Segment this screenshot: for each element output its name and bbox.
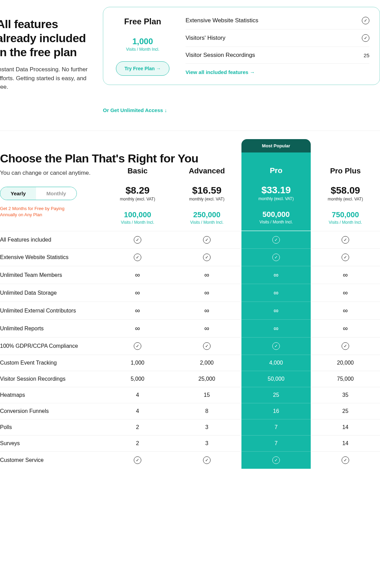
check-icon: ✓ xyxy=(362,17,369,24)
infinity-icon: ∞ xyxy=(343,324,348,332)
feature-cell: ✓ xyxy=(172,451,241,469)
feature-row-label: Conversion Funnels xyxy=(0,403,103,419)
free-feature-row: Extensive Website Statistics✓ xyxy=(186,17,369,29)
plan-price-note: monthly (excl. VAT) xyxy=(176,197,238,201)
cell-value: 25 xyxy=(342,408,348,414)
feature-row-label: Surveys xyxy=(0,435,103,451)
cell-value: 7 xyxy=(275,440,278,446)
cell-value: 2 xyxy=(136,424,139,430)
feature-cell: ✓ xyxy=(241,231,311,248)
feature-row-label: Heatmaps xyxy=(0,387,103,403)
infinity-icon: ∞ xyxy=(204,307,209,315)
plan-column-header: Basic$8.29monthly (excl. VAT)100,000Visi… xyxy=(103,139,172,231)
view-all-features-link[interactable]: View all included features → xyxy=(186,69,255,75)
feature-row-label: Extensive Website Statistics xyxy=(0,248,103,266)
plan-price: $16.59 xyxy=(176,185,238,196)
feature-cell: ✓ xyxy=(172,231,241,248)
cell-value: 4,000 xyxy=(269,360,283,366)
feature-cell: ∞ xyxy=(103,266,172,284)
cell-value: 7 xyxy=(275,424,278,430)
feature-cell: 4,000 xyxy=(241,355,311,371)
feature-cell: 8 xyxy=(172,403,241,419)
plan-price-note: monthly (excl. VAT) xyxy=(245,196,307,201)
feature-cell: ✓ xyxy=(241,451,311,469)
feature-cell: ∞ xyxy=(103,302,172,319)
feature-cell: 3 xyxy=(172,435,241,451)
plan-visits-label: Visits / Month Incl. xyxy=(314,220,377,225)
cell-value: 2 xyxy=(136,440,139,446)
plan-column-header: Most PopularPro$33.19monthly (excl. VAT)… xyxy=(241,139,311,231)
cell-value: 20,000 xyxy=(337,360,354,366)
feature-cell: 5,000 xyxy=(103,371,172,387)
feature-cell: 7 xyxy=(241,419,311,435)
feature-cell: 14 xyxy=(311,419,380,435)
feature-cell: ✓ xyxy=(172,337,241,355)
cell-value: 4 xyxy=(136,392,139,398)
cell-value: 5,000 xyxy=(131,376,144,382)
free-feature-row: Visitor Session Recordings25 xyxy=(186,47,369,64)
free-feature-value: 25 xyxy=(364,52,369,58)
feature-cell: ∞ xyxy=(311,302,380,319)
infinity-icon: ∞ xyxy=(274,271,278,279)
check-icon: ✓ xyxy=(203,254,211,261)
feature-cell: 2 xyxy=(103,419,172,435)
feature-row-label: Unlimited Data Storage xyxy=(0,284,103,302)
feature-cell: ∞ xyxy=(172,284,241,302)
feature-cell: 1,000 xyxy=(103,355,172,371)
plan-visits: 500,000 xyxy=(245,210,307,219)
cell-value: 16 xyxy=(273,408,279,414)
feature-cell: ∞ xyxy=(172,302,241,319)
feature-cell: 16 xyxy=(241,403,311,419)
feature-cell: ✓ xyxy=(311,337,380,355)
infinity-icon: ∞ xyxy=(274,324,278,332)
hero-title: All features already included in the fre… xyxy=(0,17,89,59)
check-icon: ✓ xyxy=(342,236,349,244)
feature-cell: ✓ xyxy=(241,248,311,266)
free-feature-label: Visitor Session Recordings xyxy=(186,52,255,59)
check-icon: ✓ xyxy=(203,456,211,464)
infinity-icon: ∞ xyxy=(135,324,140,332)
feature-cell: ✓ xyxy=(103,451,172,469)
check-icon: ✓ xyxy=(362,34,369,42)
feature-row-label: All Features included xyxy=(0,231,103,248)
infinity-icon: ∞ xyxy=(274,307,278,315)
check-icon: ✓ xyxy=(272,254,280,261)
cell-value: 35 xyxy=(342,392,348,398)
feature-cell: 2 xyxy=(103,435,172,451)
feature-cell: ✓ xyxy=(311,248,380,266)
feature-cell: ∞ xyxy=(172,319,241,337)
feature-row-label: Custom Event Tracking xyxy=(0,355,103,371)
infinity-icon: ∞ xyxy=(274,289,278,297)
check-icon: ✓ xyxy=(134,456,141,464)
free-feature-label: Extensive Website Statistics xyxy=(186,17,258,24)
feature-cell: 20,000 xyxy=(311,355,380,371)
unlimited-access-link[interactable]: Or Get Unlimited Access ↓ xyxy=(103,107,167,113)
free-feature-label: Visitors' History xyxy=(186,35,225,41)
feature-cell: ∞ xyxy=(311,319,380,337)
infinity-icon: ∞ xyxy=(135,271,140,279)
check-icon: ✓ xyxy=(272,236,280,244)
free-plan-card: Free Plan 1,000 Visits / Month Incl. Try… xyxy=(103,7,380,85)
feature-cell: ∞ xyxy=(172,266,241,284)
cell-value: 50,000 xyxy=(268,376,285,382)
feature-row-label: Polls xyxy=(0,419,103,435)
cell-value: 8 xyxy=(205,408,209,414)
plan-visits-label: Visits / Month Incl. xyxy=(106,220,169,225)
feature-cell: 75,000 xyxy=(311,371,380,387)
check-icon: ✓ xyxy=(134,254,141,261)
check-icon: ✓ xyxy=(134,342,141,350)
feature-cell: 25,000 xyxy=(172,371,241,387)
feature-cell: 50,000 xyxy=(241,371,311,387)
cell-value: 75,000 xyxy=(337,376,354,382)
plan-visits-label: Visits / Month Incl. xyxy=(176,220,238,225)
most-popular-badge: Most Popular xyxy=(241,139,311,152)
plan-name: Pro xyxy=(245,166,307,175)
hero-subtitle: Instant Data Processing. No further effo… xyxy=(0,65,89,91)
feature-cell: ∞ xyxy=(103,319,172,337)
check-icon: ✓ xyxy=(203,342,211,350)
plan-visits: 100,000 xyxy=(106,210,169,219)
feature-cell: 7 xyxy=(241,435,311,451)
try-free-plan-button[interactable]: Try Free Plan → xyxy=(116,61,169,76)
plan-column-header: Advanced$16.59monthly (excl. VAT)250,000… xyxy=(172,139,241,231)
plan-visits: 250,000 xyxy=(176,210,238,219)
